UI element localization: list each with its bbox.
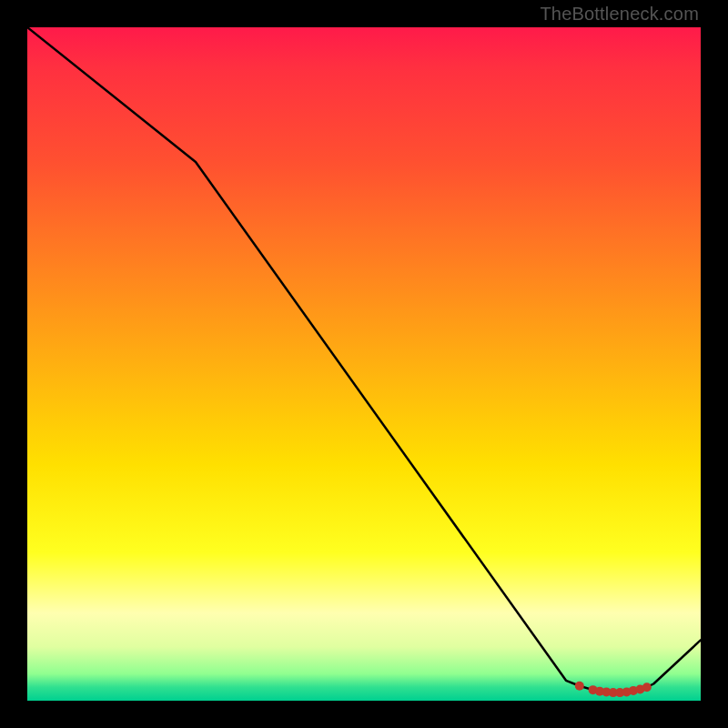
chart-svg [27,27,701,701]
marker-point [635,684,644,693]
marker-point [642,682,652,692]
chart-container: TheBottleneck.com [0,0,728,728]
marker-point [609,688,618,697]
marker-point [622,687,632,696]
highlight-markers [575,682,652,697]
marker-point [595,687,604,696]
marker-point [629,686,638,695]
plot-area [27,27,701,701]
marker-point [615,688,624,697]
marker-point [589,685,598,694]
marker-point [602,687,611,696]
marker-point [575,682,584,691]
watermark-text: TheBottleneck.com [540,4,699,25]
series-curve [27,27,701,693]
